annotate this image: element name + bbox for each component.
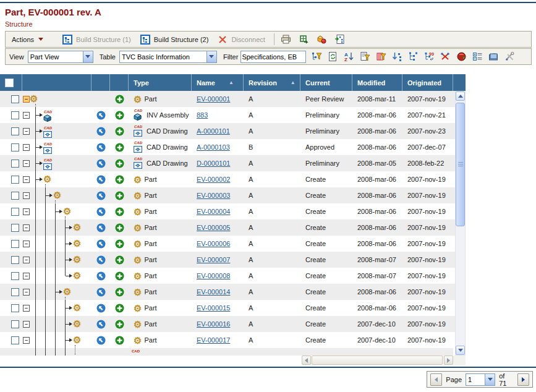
page-filter-icon[interactable] <box>359 51 370 62</box>
name-link[interactable]: 883 <box>197 111 208 119</box>
name-link[interactable]: EV-000015 <box>197 304 230 312</box>
collapse-toggle[interactable]: − <box>23 305 30 312</box>
row-checkbox[interactable] <box>11 208 19 216</box>
name-link[interactable]: EV-000007 <box>197 256 230 263</box>
add-icon[interactable] <box>114 270 125 281</box>
table-filter-icon[interactable] <box>375 51 386 62</box>
column-header-revision[interactable]: Revision▲ <box>244 74 300 91</box>
vertical-scroll-thumb[interactable] <box>456 103 465 226</box>
collapse-toggle[interactable]: − <box>23 112 30 119</box>
tools-icon[interactable] <box>504 51 515 62</box>
column-header-modified[interactable]: Modified <box>352 74 402 91</box>
vertical-scrollbar[interactable] <box>455 91 466 356</box>
name-link[interactable]: A-0000101 <box>197 127 230 135</box>
name-link[interactable]: EV-000006 <box>197 240 230 247</box>
add-icon[interactable] <box>114 174 125 185</box>
collapse-toggle[interactable]: − <box>23 208 30 215</box>
name-link[interactable]: D-0000101 <box>197 160 230 167</box>
structure-navigate-icon[interactable] <box>95 302 106 313</box>
collapse-toggle[interactable]: − <box>23 273 30 279</box>
remove-link-icon[interactable] <box>440 51 451 62</box>
add-icon[interactable] <box>114 302 125 313</box>
collapse-toggle[interactable]: − <box>23 321 30 328</box>
structure-navigate-icon[interactable] <box>95 270 106 281</box>
row-checkbox[interactable] <box>11 304 19 312</box>
structure-navigate-icon[interactable] <box>95 142 106 153</box>
expand-to-level-icon[interactable]: 99 <box>423 51 435 62</box>
structure-navigate-icon[interactable] <box>95 190 106 201</box>
row-checkbox[interactable] <box>11 95 19 103</box>
build-structure-2-button[interactable]: Build Structure (2) <box>140 34 209 45</box>
row-checkbox[interactable] <box>11 111 19 119</box>
name-link[interactable]: EV-000003 <box>197 192 230 199</box>
collapse-toggle[interactable]: − <box>23 160 30 167</box>
printer-icon[interactable] <box>281 34 292 45</box>
scroll-up-button[interactable] <box>456 92 465 101</box>
name-link[interactable]: EV-000017 <box>197 336 230 344</box>
collapse-toggle[interactable]: − <box>23 224 30 231</box>
row-checkbox[interactable] <box>11 288 19 296</box>
collapse-toggle[interactable]: − <box>23 96 30 103</box>
collapse-toggle[interactable]: − <box>23 241 30 247</box>
row-checkbox[interactable] <box>11 240 19 248</box>
add-icon[interactable] <box>114 238 125 249</box>
horizontal-scrollbar[interactable] <box>302 356 453 365</box>
name-link[interactable]: EV-000002 <box>197 176 230 183</box>
collapse-toggle[interactable]: − <box>23 144 30 151</box>
collapse-toggle[interactable]: − <box>23 176 30 183</box>
add-icon[interactable] <box>114 142 125 153</box>
column-header-type[interactable]: Type <box>129 74 192 91</box>
scroll-right-button[interactable] <box>444 356 453 365</box>
row-checkbox[interactable] <box>11 224 19 232</box>
row-checkbox[interactable] <box>11 143 19 151</box>
column-select-icon[interactable] <box>472 51 483 62</box>
expand-all-icon[interactable] <box>391 51 402 62</box>
add-icon[interactable] <box>114 318 125 330</box>
horizontal-scroll-thumb[interactable] <box>312 356 443 365</box>
row-checkbox[interactable] <box>11 320 19 328</box>
export-table-icon[interactable] <box>299 34 310 45</box>
row-checkbox[interactable] <box>11 272 19 280</box>
structure-navigate-icon[interactable] <box>95 254 106 265</box>
name-link[interactable]: EV-000004 <box>197 208 230 215</box>
name-link[interactable]: EV-000014 <box>197 288 230 296</box>
filter-input[interactable] <box>240 51 306 63</box>
column-header-originated[interactable]: Originated <box>402 74 453 91</box>
add-icon[interactable] <box>114 190 125 201</box>
structure-navigate-icon[interactable] <box>95 318 106 330</box>
add-icon[interactable] <box>114 222 125 233</box>
collapse-toggle[interactable]: − <box>23 289 30 296</box>
name-link[interactable]: EV-000005 <box>197 224 230 231</box>
structure-navigate-icon[interactable] <box>95 334 106 346</box>
structure-navigate-icon[interactable] <box>95 286 106 297</box>
add-icon[interactable] <box>114 286 125 297</box>
add-icon[interactable] <box>114 126 125 137</box>
row-checkbox[interactable] <box>11 176 19 184</box>
export-structure-icon[interactable] <box>334 34 346 45</box>
structure-navigate-icon[interactable] <box>95 126 106 137</box>
row-checkbox[interactable] <box>11 192 19 200</box>
name-link[interactable]: EV-000008 <box>197 272 230 279</box>
add-icon[interactable] <box>114 158 125 169</box>
collapse-toggle[interactable]: − <box>23 337 30 344</box>
view-select[interactable]: Part View <box>28 51 93 63</box>
row-checkbox[interactable] <box>11 256 19 264</box>
page-select[interactable]: 1 <box>466 373 495 386</box>
name-link[interactable]: EV-000001 <box>197 95 230 103</box>
scroll-left-button[interactable] <box>302 356 311 365</box>
structure-navigate-icon[interactable] <box>95 174 106 185</box>
structure-navigate-icon[interactable] <box>95 109 106 121</box>
structure-navigate-icon[interactable] <box>95 238 106 249</box>
add-icon[interactable] <box>114 93 125 104</box>
collapse-toggle[interactable]: − <box>23 192 30 199</box>
scroll-down-button[interactable] <box>456 346 465 355</box>
column-header-current[interactable]: Current <box>300 74 352 91</box>
folder-icon[interactable] <box>488 51 499 62</box>
visualize-3d-icon[interactable] <box>317 34 328 45</box>
status-sphere-icon[interactable] <box>456 51 467 62</box>
add-icon[interactable] <box>114 206 125 217</box>
next-page-button[interactable] <box>517 373 529 386</box>
previous-page-button[interactable] <box>430 373 442 386</box>
structure-filter-icon[interactable] <box>311 51 322 62</box>
refresh-icon[interactable] <box>327 51 338 62</box>
